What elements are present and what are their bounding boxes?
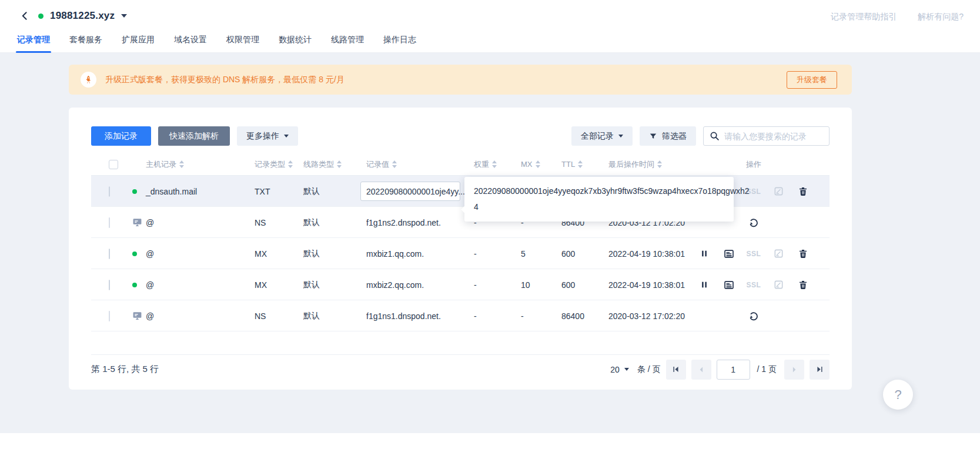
search-input[interactable] xyxy=(724,132,823,141)
col-ops: 操作 xyxy=(746,159,761,170)
col-weight[interactable]: 权重 xyxy=(474,159,489,170)
top-header: 19881225.xyz 记录管理帮助指引 解析有问题? 记录管理 套餐服务 扩… xyxy=(0,0,980,53)
row-checkbox[interactable] xyxy=(109,280,110,290)
time-cell: 2020-03-12 17:02:20 xyxy=(608,311,692,321)
row-checkbox[interactable] xyxy=(109,249,110,259)
sort-icon xyxy=(578,160,583,168)
sort-icon xyxy=(392,160,397,168)
chevron-down-icon xyxy=(284,135,289,138)
ssl-button[interactable]: SSL xyxy=(741,250,766,258)
mx-cell: 10 xyxy=(521,280,561,290)
col-line[interactable]: 线路类型 xyxy=(303,159,334,170)
col-host[interactable]: 主机记录 xyxy=(146,159,176,170)
col-value[interactable]: 记录值 xyxy=(366,159,389,170)
record-type-filter-button[interactable]: 全部记录 xyxy=(571,126,633,146)
ops-cell xyxy=(692,300,830,331)
sort-icon xyxy=(492,160,497,168)
back-button[interactable] xyxy=(18,9,32,23)
pause-icon[interactable] xyxy=(692,280,717,289)
type-cell: MX xyxy=(255,249,303,259)
line-cell: 默认 xyxy=(303,249,366,259)
host-cell: _dnsauth.mail xyxy=(146,187,255,196)
col-type[interactable]: 记录类型 xyxy=(255,159,285,170)
host-cell: @ xyxy=(146,249,255,259)
prev-page-button[interactable] xyxy=(691,360,711,380)
chevron-down-icon xyxy=(618,135,623,138)
sync-icon[interactable] xyxy=(741,311,766,321)
value-cell-hover-box[interactable]: 202209080000001oje4yy... xyxy=(360,182,460,201)
stats-card-icon[interactable] xyxy=(717,280,741,290)
search-icon xyxy=(710,131,720,141)
type-cell: NS xyxy=(255,218,303,227)
resolve-issue-link[interactable]: 解析有问题? xyxy=(918,12,964,22)
more-actions-button[interactable]: 更多操作 xyxy=(237,126,298,146)
pagination-controls: 20 条 / 页 / 1 页 xyxy=(610,360,830,380)
col-time[interactable]: 最后操作时间 xyxy=(608,159,654,170)
upgrade-banner: 升级正式版套餐，获得更极致的 DNS 解析服务，最低仅需 8 元/月 升级套餐 xyxy=(69,65,852,95)
col-ttl[interactable]: TTL xyxy=(561,160,575,169)
page-size-value: 20 xyxy=(610,365,620,374)
header-links: 记录管理帮助指引 解析有问题? xyxy=(831,12,964,22)
nav-tabs: 记录管理 套餐服务 扩展应用 域名设置 权限管理 数据统计 线路管理 操作日志 xyxy=(16,33,417,53)
tab-permissions[interactable]: 权限管理 xyxy=(225,33,260,53)
records-help-link[interactable]: 记录管理帮助指引 xyxy=(831,12,897,22)
tab-records[interactable]: 记录管理 xyxy=(16,33,51,53)
stats-card-icon[interactable] xyxy=(717,249,741,259)
remark-icon[interactable] xyxy=(766,186,791,196)
time-cell: 2022-04-19 10:38:01 xyxy=(608,280,692,290)
host-cell: @ xyxy=(146,218,255,227)
domain-title-row: 19881225.xyz xyxy=(18,9,127,23)
host-cell: @ xyxy=(146,311,255,321)
per-page-label: 条 / 页 xyxy=(637,364,661,375)
help-button[interactable]: ? xyxy=(883,380,913,410)
line-cell: 默认 xyxy=(303,217,366,228)
total-pages-label: / 1 页 xyxy=(757,364,777,375)
ssl-button[interactable]: SSL xyxy=(741,281,766,289)
tab-statistics[interactable]: 数据统计 xyxy=(277,33,313,53)
add-record-button[interactable]: 添加记录 xyxy=(91,126,151,146)
chevron-down-icon xyxy=(624,368,629,371)
upgrade-plan-button[interactable]: 升级套餐 xyxy=(787,71,837,89)
page-size-select[interactable]: 20 xyxy=(610,365,629,374)
delete-icon[interactable] xyxy=(791,280,815,290)
delete-icon[interactable] xyxy=(791,249,815,259)
tab-extensions[interactable]: 扩展应用 xyxy=(121,33,156,53)
remark-icon[interactable] xyxy=(766,249,791,259)
weight-cell: - xyxy=(474,311,521,321)
weight-cell: - xyxy=(474,280,521,290)
record-type-filter-label: 全部记录 xyxy=(581,131,614,142)
tab-plans[interactable]: 套餐服务 xyxy=(68,33,103,53)
line-cell: 默认 xyxy=(303,280,366,290)
next-page-button[interactable] xyxy=(784,360,804,380)
line-cell: 默认 xyxy=(303,186,366,197)
select-all-checkbox[interactable] xyxy=(109,160,118,169)
records-toolbar: 添加记录 快速添加解析 更多操作 全部记录 筛选器 xyxy=(91,126,830,146)
delete-icon[interactable] xyxy=(791,186,815,196)
skip-first-icon xyxy=(672,366,680,373)
sort-icon xyxy=(337,160,342,168)
tab-logs[interactable]: 操作日志 xyxy=(382,33,417,53)
col-mx[interactable]: MX xyxy=(521,160,533,169)
tooltip-line-2: 4 xyxy=(474,199,724,215)
pagination-bar: 第 1-5 行, 共 5 行 20 条 / 页 / 1 页 xyxy=(91,354,830,384)
pause-icon[interactable] xyxy=(692,249,717,258)
value-cell: mxbiz2.qq.com. xyxy=(366,280,474,290)
remark-icon[interactable] xyxy=(766,280,791,290)
banner-text: 升级正式版套餐，获得更极致的 DNS 解析服务，最低仅需 8 元/月 xyxy=(105,75,787,85)
tab-domain-settings[interactable]: 域名设置 xyxy=(173,33,208,53)
ttl-cell: 600 xyxy=(561,249,608,259)
domain-dropdown-caret-icon[interactable] xyxy=(121,14,127,18)
quick-add-button[interactable]: 快速添加解析 xyxy=(158,126,230,146)
first-page-button[interactable] xyxy=(666,360,686,380)
tooltip-line-1: 202209080000001oje4yyeqozk7xb3yhr9ftw3f5… xyxy=(474,183,724,199)
tab-lines[interactable]: 线路管理 xyxy=(330,33,365,53)
page-number-input[interactable] xyxy=(717,360,750,380)
last-page-button[interactable] xyxy=(810,360,830,380)
value-cell: f1g1ns2.dnspod.net. xyxy=(366,218,474,227)
page-title: 19881225.xyz xyxy=(50,10,115,22)
domain-status-dot xyxy=(38,14,44,19)
host-cell: @ xyxy=(146,280,255,290)
filter-button[interactable]: 筛选器 xyxy=(640,126,696,146)
row-checkbox[interactable] xyxy=(109,186,110,197)
sync-icon[interactable] xyxy=(741,217,766,228)
